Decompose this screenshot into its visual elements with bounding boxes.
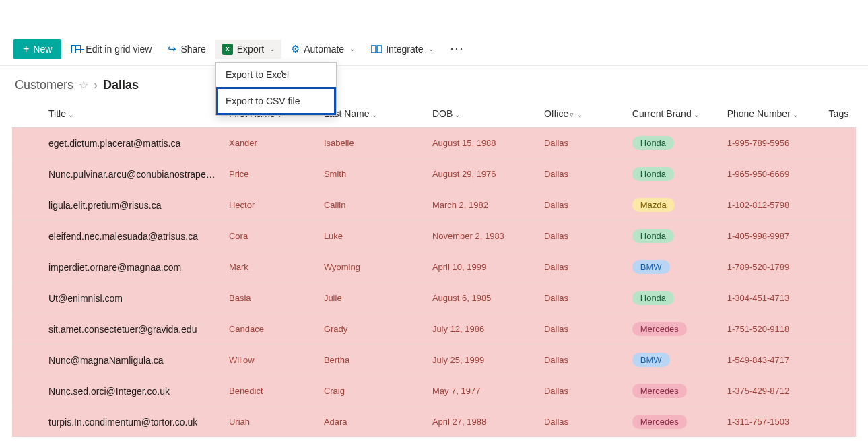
- cell-first-name[interactable]: Mark: [222, 252, 317, 283]
- export-button[interactable]: x Export ⌄: [215, 40, 281, 59]
- cell-brand[interactable]: Honda: [626, 159, 721, 190]
- cell-phone[interactable]: 1-304-451-4713: [721, 283, 822, 314]
- cell-last-name[interactable]: Cailin: [317, 190, 426, 221]
- cell-tags[interactable]: [822, 159, 856, 190]
- cell-title[interactable]: ligula.elit.pretium@risus.ca: [12, 190, 222, 221]
- cell-last-name[interactable]: Smith: [317, 159, 426, 190]
- cell-brand[interactable]: BMW: [626, 252, 721, 283]
- cell-brand[interactable]: Honda: [626, 128, 721, 159]
- col-header-phone[interactable]: Phone Number⌄: [721, 99, 822, 128]
- cell-last-name[interactable]: Wyoming: [317, 252, 426, 283]
- cell-tags[interactable]: [822, 283, 856, 314]
- more-button[interactable]: ···: [443, 38, 471, 60]
- integrate-button[interactable]: Integrate ⌄: [364, 40, 440, 59]
- cell-first-name[interactable]: Cora: [222, 221, 317, 252]
- col-header-brand[interactable]: Current Brand⌄: [626, 99, 721, 128]
- cell-phone[interactable]: 1-375-429-8712: [721, 376, 822, 407]
- table-row[interactable]: eleifend.nec.malesuada@atrisus.caCoraLuk…: [12, 221, 856, 252]
- cell-brand[interactable]: BMW: [626, 345, 721, 376]
- cell-title[interactable]: Nunc.pulvinar.arcu@conubianostraper.edu: [12, 159, 222, 190]
- cell-first-name[interactable]: Xander: [222, 128, 317, 159]
- cell-brand[interactable]: Mercedes: [626, 376, 721, 407]
- cell-brand[interactable]: Mercedes: [626, 314, 721, 345]
- cell-title[interactable]: eget.dictum.placerat@mattis.ca: [12, 128, 222, 159]
- cell-last-name[interactable]: Craig: [317, 376, 426, 407]
- col-header-dob[interactable]: DOB⌄: [426, 99, 537, 128]
- table-row[interactable]: imperdiet.ornare@magnaa.comMarkWyomingAp…: [12, 252, 856, 283]
- cell-last-name[interactable]: Bertha: [317, 345, 426, 376]
- table-row[interactable]: Nunc@magnaNamligula.caWillowBerthaJuly 2…: [12, 345, 856, 376]
- cell-title[interactable]: Ut@enimnisl.com: [12, 283, 222, 314]
- cell-last-name[interactable]: Adara: [317, 407, 426, 438]
- cell-phone[interactable]: 1-751-520-9118: [721, 314, 822, 345]
- share-button[interactable]: ↪ Share: [161, 39, 212, 59]
- cell-title[interactable]: Nunc@magnaNamligula.ca: [12, 345, 222, 376]
- cell-office[interactable]: Dallas: [537, 221, 626, 252]
- cell-tags[interactable]: [822, 345, 856, 376]
- cell-office[interactable]: Dallas: [537, 407, 626, 438]
- cell-title[interactable]: sit.amet.consectetuer@gravida.edu: [12, 314, 222, 345]
- new-button[interactable]: + New: [13, 39, 61, 59]
- breadcrumb-list[interactable]: Customers: [15, 78, 73, 92]
- table-row[interactable]: Ut@enimnisl.comBasiaJulieAugust 6, 1985D…: [12, 283, 856, 314]
- cell-title[interactable]: Nunc.sed.orci@Integer.co.uk: [12, 376, 222, 407]
- cell-phone[interactable]: 1-965-950-6669: [721, 159, 822, 190]
- table-row[interactable]: Nunc.pulvinar.arcu@conubianostraper.eduP…: [12, 159, 856, 190]
- cell-tags[interactable]: [822, 128, 856, 159]
- cell-first-name[interactable]: Price: [222, 159, 317, 190]
- cell-tags[interactable]: [822, 407, 856, 438]
- table-row[interactable]: turpis.In.condimentum@tortor.co.ukUriahA…: [12, 407, 856, 438]
- cell-first-name[interactable]: Hector: [222, 190, 317, 221]
- cell-office[interactable]: Dallas: [537, 159, 626, 190]
- cell-phone[interactable]: 1-405-998-9987: [721, 221, 822, 252]
- cell-dob[interactable]: May 7, 1977: [426, 376, 537, 407]
- col-header-title[interactable]: Title⌄: [12, 99, 222, 128]
- export-csv-item[interactable]: Export to CSV file: [216, 87, 336, 115]
- cell-title[interactable]: eleifend.nec.malesuada@atrisus.ca: [12, 221, 222, 252]
- cell-first-name[interactable]: Benedict: [222, 376, 317, 407]
- cell-office[interactable]: Dallas: [537, 314, 626, 345]
- favorite-icon[interactable]: ☆: [79, 79, 88, 92]
- col-header-tags[interactable]: Tags: [822, 99, 856, 128]
- cell-tags[interactable]: [822, 376, 856, 407]
- cell-phone[interactable]: 1-549-843-4717: [721, 345, 822, 376]
- cell-last-name[interactable]: Grady: [317, 314, 426, 345]
- cell-dob[interactable]: April 27, 1988: [426, 407, 537, 438]
- cell-title[interactable]: turpis.In.condimentum@tortor.co.uk: [12, 407, 222, 438]
- cell-first-name[interactable]: Candace: [222, 314, 317, 345]
- cell-brand[interactable]: Honda: [626, 221, 721, 252]
- edit-grid-button[interactable]: Edit in grid view: [64, 40, 158, 59]
- cell-phone[interactable]: 1-789-520-1789: [721, 252, 822, 283]
- cell-last-name[interactable]: Luke: [317, 221, 426, 252]
- cell-first-name[interactable]: Basia: [222, 283, 317, 314]
- cell-office[interactable]: Dallas: [537, 252, 626, 283]
- automate-button[interactable]: ⚙ Automate ⌄: [284, 39, 362, 59]
- cell-brand[interactable]: Mazda: [626, 190, 721, 221]
- cell-tags[interactable]: [822, 190, 856, 221]
- cell-phone[interactable]: 1-311-757-1503: [721, 407, 822, 438]
- col-header-office[interactable]: Office▿⌄: [537, 99, 626, 128]
- cell-office[interactable]: Dallas: [537, 128, 626, 159]
- table-row[interactable]: Nunc.sed.orci@Integer.co.ukBenedictCraig…: [12, 376, 856, 407]
- cell-office[interactable]: Dallas: [537, 283, 626, 314]
- cell-dob[interactable]: March 2, 1982: [426, 190, 537, 221]
- cell-last-name[interactable]: Julie: [317, 283, 426, 314]
- cell-phone[interactable]: 1-995-789-5956: [721, 128, 822, 159]
- cell-tags[interactable]: [822, 252, 856, 283]
- cell-dob[interactable]: August 6, 1985: [426, 283, 537, 314]
- cell-last-name[interactable]: Isabelle: [317, 128, 426, 159]
- cell-phone[interactable]: 1-102-812-5798: [721, 190, 822, 221]
- cell-tags[interactable]: [822, 314, 856, 345]
- cell-first-name[interactable]: Willow: [222, 345, 317, 376]
- cell-office[interactable]: Dallas: [537, 376, 626, 407]
- cell-dob[interactable]: April 10, 1999: [426, 252, 537, 283]
- cell-dob[interactable]: July 25, 1999: [426, 345, 537, 376]
- cell-title[interactable]: imperdiet.ornare@magnaa.com: [12, 252, 222, 283]
- table-row[interactable]: eget.dictum.placerat@mattis.caXanderIsab…: [12, 128, 856, 159]
- cell-dob[interactable]: August 29, 1976: [426, 159, 537, 190]
- cell-brand[interactable]: Honda: [626, 283, 721, 314]
- cell-office[interactable]: Dallas: [537, 345, 626, 376]
- table-row[interactable]: sit.amet.consectetuer@gravida.eduCandace…: [12, 314, 856, 345]
- cell-tags[interactable]: [822, 221, 856, 252]
- export-excel-item[interactable]: Export to Excel: [216, 63, 336, 87]
